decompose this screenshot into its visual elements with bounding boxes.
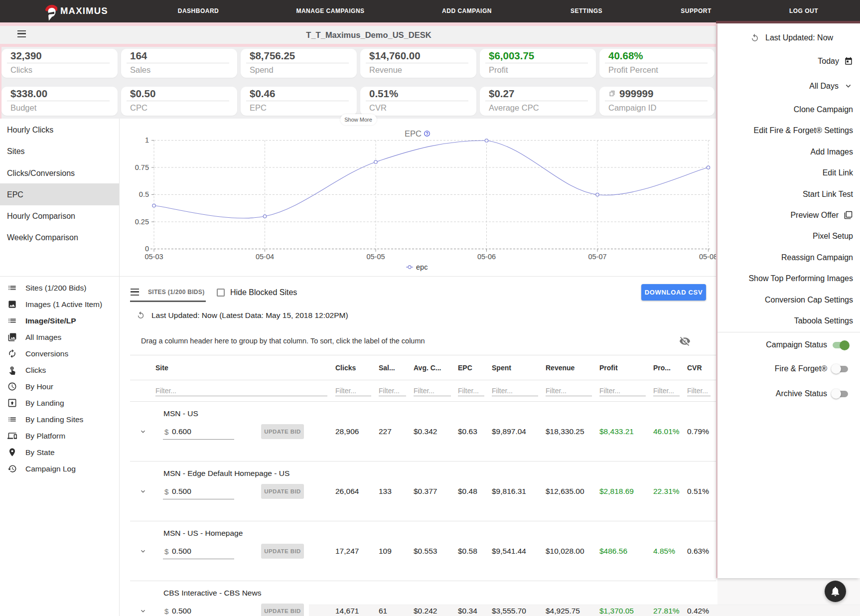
svg-text:0: 0 [145,245,149,253]
svg-text:05-05: 05-05 [366,253,385,261]
svg-text:05-08: 05-08 [699,253,717,261]
svg-text:05-07: 05-07 [588,253,606,261]
svg-text:1: 1 [145,136,149,144]
svg-text:0.75: 0.75 [135,163,149,171]
svg-text:epc: epc [416,263,428,271]
svg-text:05-04: 05-04 [256,253,274,261]
svg-text:05-03: 05-03 [144,253,163,261]
svg-text:05-06: 05-06 [477,253,496,261]
svg-text:0.25: 0.25 [135,218,149,226]
svg-text:0.5: 0.5 [139,190,149,198]
